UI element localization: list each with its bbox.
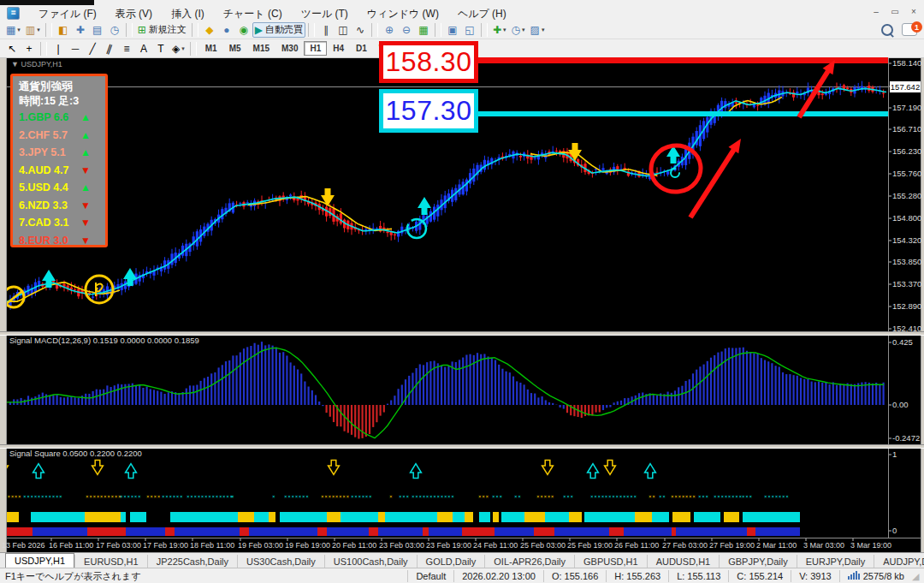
menu-item-window[interactable]: ウィンドウ (W) (367, 8, 439, 20)
vertical-line-button[interactable]: | (50, 41, 67, 57)
tab-gbpusd-h1[interactable]: GBPUSD,H1 (574, 555, 647, 568)
time-axis-label: 20 Feb 11:00 (332, 541, 376, 550)
tab-usdjpy-h1[interactable]: USDJPY,H1 (5, 553, 74, 568)
status-profile[interactable]: Default (407, 570, 453, 582)
time-axis-separator (6, 538, 921, 538)
lamp-button[interactable]: ◆ (201, 22, 218, 38)
timeframe-m30[interactable]: M30 (275, 41, 304, 56)
tab-eurusd-h1[interactable]: EURUSD,H1 (74, 555, 147, 568)
timeframe-m5[interactable]: M5 (223, 41, 247, 56)
tile-windows-button[interactable]: ▦ (415, 22, 432, 38)
timeframe-m15[interactable]: M15 (247, 41, 275, 56)
tab-jp225cash-daily[interactable]: JP225Cash,Daily (147, 555, 237, 568)
chart-candles-button[interactable]: ◫ (335, 22, 352, 38)
timeframe-h1[interactable]: H1 (304, 41, 327, 56)
price-axis-label: 152.890 (892, 301, 921, 311)
tab-oil-apr26-daily[interactable]: OIL-APR26,Daily (484, 555, 574, 568)
shapes-button[interactable]: ◈▾ (169, 41, 187, 57)
time-axis-label: 23 Feb 03:00 (379, 541, 424, 550)
menu-item-insert[interactable]: 挿入 (I) (171, 8, 204, 20)
notification-badge: 1 (911, 21, 922, 33)
periods-icon: ◷ (512, 25, 520, 35)
trendline-button[interactable]: ╱ (84, 41, 101, 57)
notifications-icon[interactable]: 1 (902, 23, 917, 36)
auto-trading-icon: ▶ (255, 25, 263, 35)
menu-item-file[interactable]: ファイル (F) (38, 8, 97, 20)
time-axis-label: 18 Feb 11:00 (190, 541, 234, 550)
tab-audusd-h1[interactable]: AUDUSD,H1 (647, 555, 720, 568)
price-axis-label: 156.230 (892, 146, 921, 156)
menu-item-help[interactable]: ヘルプ (H) (458, 8, 506, 20)
vertical-line-icon: | (56, 44, 59, 54)
square-axis-label: 0 (892, 526, 897, 535)
macd-axis-label: -0.2472 (892, 433, 920, 443)
time-axis-label: 17 Feb 19:00 (143, 541, 188, 550)
panel-splitter-square[interactable] (0, 444, 924, 449)
status-bar: F1キーでヘルプが表示されます Default 2026.02.20 13:00… (0, 568, 924, 583)
strength-subtitle: 時間:15 足:3 (19, 94, 105, 109)
horizontal-line-button[interactable]: ─ (67, 41, 84, 57)
auto-trading-button[interactable]: ▶自動売買 (252, 22, 305, 38)
crosshair-button[interactable]: + (21, 41, 38, 57)
label-button[interactable]: T (152, 41, 169, 57)
chart-bars-button[interactable]: ∥ (317, 22, 335, 38)
status-field: V: 3913 (791, 570, 839, 582)
toolbar-separator (126, 23, 133, 37)
tab-gbpjpy-daily[interactable]: GBPJPY,Daily (719, 555, 797, 568)
zoom-out-icon: ⊖ (402, 25, 411, 35)
dock-button[interactable]: ◱ (461, 22, 478, 38)
timeframe-h4[interactable]: H4 (327, 41, 350, 56)
text-button[interactable]: A (135, 41, 152, 57)
chevron-down-icon: ▾ (522, 27, 525, 33)
fibonacci-button[interactable]: ≡ (118, 41, 135, 57)
indicators-button[interactable]: ✚▾ (490, 22, 509, 38)
restore-button[interactable]: ▭ (890, 6, 900, 18)
strength-rows: 1.GBP 6.6▲2.CHF 5.7▲3.JPY 5.1▲4.AUD 4.7▼… (19, 109, 105, 249)
chart-line-button[interactable]: ∿ (352, 22, 369, 38)
menu-item-charts[interactable]: チャート (C) (223, 8, 282, 20)
timeframe-m1[interactable]: M1 (199, 41, 223, 56)
tab-gold-daily[interactable]: GOLD,Daily (417, 555, 485, 568)
cursor-button[interactable]: ↖ (3, 41, 21, 57)
templates-button[interactable]: ▨▾ (528, 22, 548, 38)
new-order-label: 新規注文 (149, 23, 187, 36)
crosshair-icon: + (26, 44, 32, 54)
navigator-button[interactable]: ✚ (72, 22, 89, 38)
minimize-button[interactable]: – (871, 6, 881, 18)
profiles-button[interactable]: ▥▾ (23, 22, 43, 38)
strength-row-gbp: 1.GBP 6.6▲ (19, 109, 105, 127)
macd-axis-label: 0.425 (892, 337, 913, 347)
zoom-in-button[interactable]: ⊕ (381, 22, 398, 38)
expert-button[interactable]: ● (218, 22, 235, 38)
panel-splitter-macd[interactable] (0, 331, 924, 336)
resize-grip[interactable]: ◢ (912, 570, 924, 582)
market-watch-button[interactable]: ◧ (55, 22, 72, 38)
close-button[interactable]: × (909, 6, 919, 18)
menu-item-tools[interactable]: ツール (T) (301, 8, 348, 20)
tab-us100cash-daily[interactable]: US100Cash,Daily (324, 555, 417, 568)
tab-us30cash-daily[interactable]: US30Cash,Daily (237, 555, 324, 568)
down-arrow-icon: ▼ (80, 165, 91, 175)
new-chart-button[interactable]: ▦▾ (3, 22, 23, 38)
market-watch-icon: ◧ (58, 25, 68, 35)
menu-bar: ≣ ファイル (F)表示 (V)挿入 (I)チャート (C)ツール (T)ウィン… (0, 5, 924, 21)
strength-row-eur: 8.EUR 3.0▼ (19, 232, 105, 250)
tester-button[interactable]: ◷ (106, 22, 123, 38)
search-icon[interactable] (881, 24, 893, 36)
channel-button[interactable]: ∥ (101, 41, 118, 57)
new-order-button[interactable]: ⊞新規注文 (135, 22, 189, 38)
tab-eurjpy-daily[interactable]: EURJPY,Daily (797, 555, 874, 568)
menu-item-view[interactable]: 表示 (V) (116, 8, 152, 20)
tab-audjpy-daily[interactable]: AUDJPY,Daily (874, 555, 924, 568)
strength-text: 2.CHF 5.7 (19, 129, 80, 141)
globe-button[interactable]: ◉ (235, 22, 252, 38)
zoom-out-button[interactable]: ⊖ (398, 22, 415, 38)
timeframe-d1[interactable]: D1 (350, 41, 373, 56)
toolbar-separator (40, 42, 47, 56)
arrange-button[interactable]: ▣ (444, 22, 461, 38)
status-field: O: 155.166 (543, 570, 606, 582)
periods-button[interactable]: ◷▾ (509, 22, 528, 38)
terminal-button[interactable]: ▤ (89, 22, 106, 38)
time-axis-label: 16 Feb 11:00 (49, 541, 93, 550)
strength-row-jpy: 3.JPY 5.1▲ (19, 144, 105, 162)
